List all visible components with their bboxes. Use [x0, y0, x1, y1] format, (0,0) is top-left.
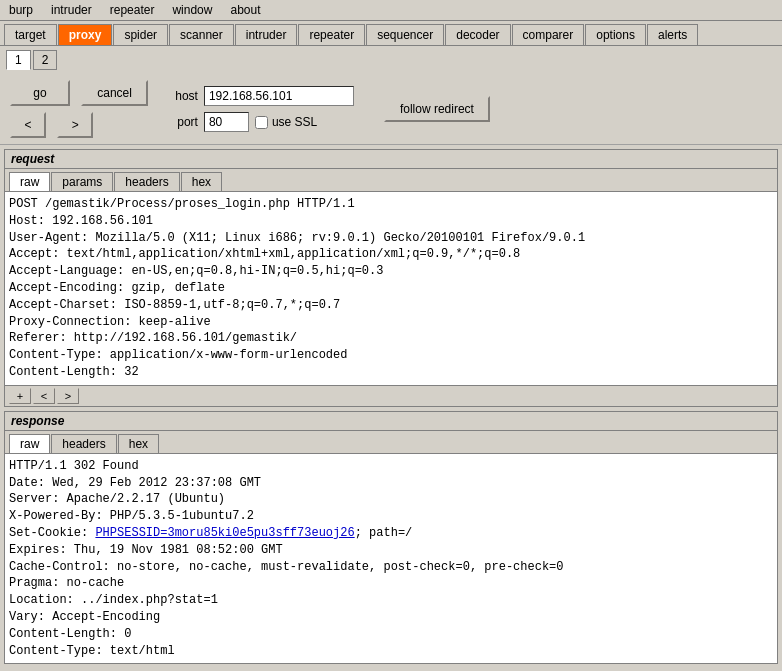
- tab-target[interactable]: target: [4, 24, 57, 45]
- tab-spider[interactable]: spider: [113, 24, 168, 45]
- number-tab-bar: 1 2: [0, 46, 782, 74]
- tab-options[interactable]: options: [585, 24, 646, 45]
- tab-proxy[interactable]: proxy: [58, 24, 113, 45]
- back-button[interactable]: <: [10, 112, 46, 138]
- forward-button[interactable]: >: [57, 112, 93, 138]
- tab-intruder[interactable]: intruder: [235, 24, 298, 45]
- cookie-link[interactable]: PHPSESSID=3moru85ki0e5pu3sff73euoj26: [95, 526, 354, 540]
- request-tab-hex[interactable]: hex: [181, 172, 222, 191]
- request-tab-bar: raw params headers hex: [5, 169, 777, 192]
- request-tab-params[interactable]: params: [51, 172, 113, 191]
- top-tab-bar: target proxy spider scanner intruder rep…: [0, 21, 782, 46]
- response-content: HTTP/1.1 302 Found Date: Wed, 29 Feb 201…: [5, 454, 777, 664]
- tab-sequencer[interactable]: sequencer: [366, 24, 444, 45]
- request-tab-raw[interactable]: raw: [9, 172, 50, 191]
- request-tab-headers[interactable]: headers: [114, 172, 179, 191]
- response-tab-hex[interactable]: hex: [118, 434, 159, 453]
- request-title: request: [5, 150, 777, 169]
- menu-burp[interactable]: burp: [6, 2, 36, 18]
- go-button[interactable]: go: [10, 80, 70, 106]
- host-label: host: [168, 89, 198, 103]
- request-content: POST /gemastik/Process/proses_login.php …: [5, 192, 777, 385]
- request-toolbar: + < >: [5, 385, 777, 406]
- controls-area: go cancel < > host port use SSL follow r…: [0, 74, 782, 145]
- menu-intruder[interactable]: intruder: [48, 2, 95, 18]
- response-title: response: [5, 412, 777, 431]
- menu-window[interactable]: window: [169, 2, 215, 18]
- host-input[interactable]: [204, 86, 354, 106]
- port-label: port: [168, 115, 198, 129]
- host-port-area: host port use SSL: [168, 86, 354, 132]
- response-tab-bar: raw headers hex: [5, 431, 777, 454]
- tab-alerts[interactable]: alerts: [647, 24, 698, 45]
- tab-scanner[interactable]: scanner: [169, 24, 234, 45]
- num-tab-2[interactable]: 2: [33, 50, 58, 70]
- request-section: request raw params headers hex POST /gem…: [4, 149, 778, 407]
- tab-decoder[interactable]: decoder: [445, 24, 510, 45]
- menu-bar: burp intruder repeater window about: [0, 0, 782, 21]
- ssl-checkbox[interactable]: [255, 116, 268, 129]
- num-tab-1[interactable]: 1: [6, 50, 31, 70]
- tab-repeater[interactable]: repeater: [298, 24, 365, 45]
- menu-about[interactable]: about: [227, 2, 263, 18]
- response-tab-headers[interactable]: headers: [51, 434, 116, 453]
- response-tab-raw[interactable]: raw: [9, 434, 50, 453]
- request-prev-button[interactable]: <: [33, 388, 55, 404]
- port-input[interactable]: [204, 112, 249, 132]
- follow-redirect-button[interactable]: follow redirect: [384, 96, 490, 122]
- menu-repeater[interactable]: repeater: [107, 2, 158, 18]
- ssl-label: use SSL: [272, 115, 317, 129]
- request-add-button[interactable]: +: [9, 388, 31, 404]
- response-section: response raw headers hex HTTP/1.1 302 Fo…: [4, 411, 778, 665]
- cancel-button[interactable]: cancel: [81, 80, 148, 106]
- request-next-button[interactable]: >: [57, 388, 79, 404]
- tab-comparer[interactable]: comparer: [512, 24, 585, 45]
